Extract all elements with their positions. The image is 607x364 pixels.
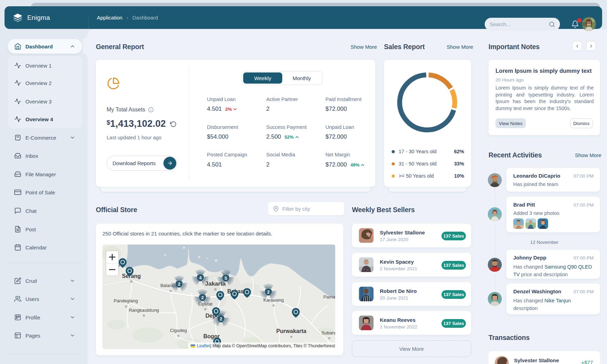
svg-text:Rangkasbitung: Rangkasbitung	[129, 308, 159, 313]
svg-text:Pandeglang: Pandeglang	[114, 298, 138, 303]
svg-text:2: 2	[201, 295, 203, 300]
svg-text:2: 2	[220, 316, 222, 322]
svg-text:Subang: Subang	[322, 330, 335, 335]
svg-text:| Map data © OpenStreetMap con: | Map data © OpenStreetMap contributors,…	[210, 343, 335, 348]
svg-text:Purwakarta: Purwakarta	[276, 328, 306, 334]
svg-text:Leaflet: Leaflet	[197, 343, 210, 348]
svg-text:2: 2	[267, 289, 269, 295]
svg-text:Cigudeg: Cigudeg	[170, 328, 187, 333]
svg-text:5: 5	[224, 276, 227, 281]
svg-text:2: 2	[178, 281, 180, 287]
svg-text:Pama: Pama	[323, 294, 335, 300]
svg-text:Karawang: Karawang	[263, 297, 284, 303]
svg-text:4: 4	[199, 275, 202, 280]
